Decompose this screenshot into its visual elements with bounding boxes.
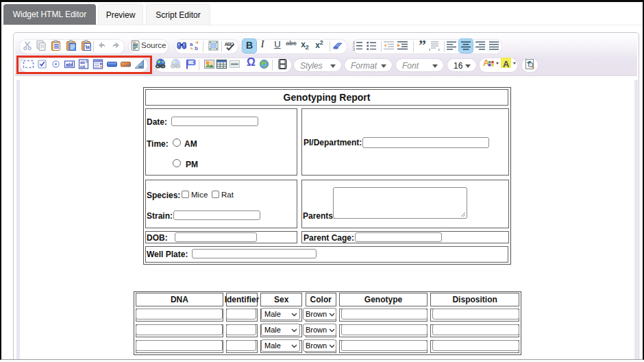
svg-text:b: b	[195, 45, 198, 51]
svg-text:3: 3	[353, 47, 355, 51]
svg-text:a: a	[190, 41, 193, 47]
svg-text:W: W	[85, 45, 90, 51]
